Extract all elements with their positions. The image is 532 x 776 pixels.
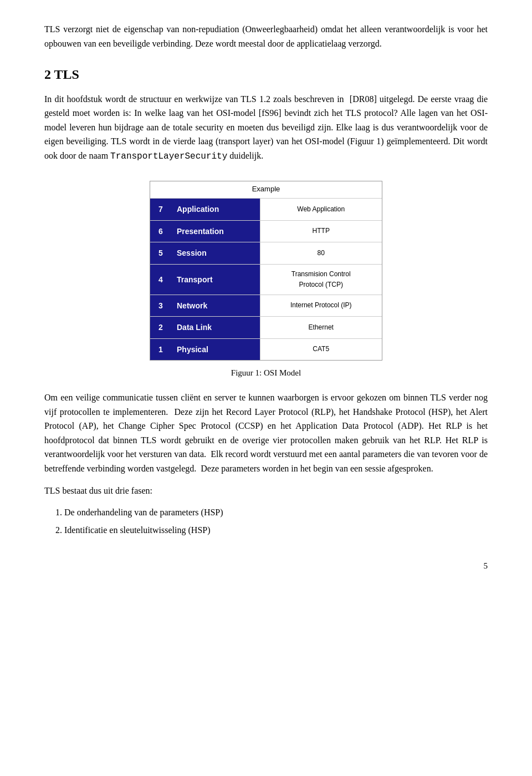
osi-layer-name: Data Link xyxy=(171,317,260,338)
intro-paragraph: TLS verzorgt niet de eigenschap van non-… xyxy=(44,22,488,50)
figure-caption: Figuur 1: OSI Model xyxy=(231,366,301,379)
osi-layer-example: Internet Protocol (IP) xyxy=(260,295,382,316)
osi-layer-example: Web Application xyxy=(260,199,382,220)
osi-table-row: 7ApplicationWeb Application xyxy=(150,199,382,220)
osi-layer-name: Application xyxy=(171,199,260,220)
transport-layer-security-mono: TransportLayerSecurity xyxy=(110,151,227,161)
osi-layer-number: 3 xyxy=(150,295,171,316)
list-item-1: De onderhandeling van de parameters (HSP… xyxy=(64,505,488,520)
osi-layer-example: HTTP xyxy=(260,220,382,242)
osi-table-row: 1PhysicalCAT5 xyxy=(150,338,382,360)
osi-layer-number: 2 xyxy=(150,317,171,338)
osi-table-row: 5Session80 xyxy=(150,242,382,264)
phases-list: De onderhandeling van de parameters (HSP… xyxy=(64,505,488,537)
osi-layer-example: Transmision ControlProtocol (TCP) xyxy=(260,264,382,295)
osi-layer-example: CAT5 xyxy=(260,338,382,360)
paragraph-2: Om een veilige communicatie tussen cliën… xyxy=(44,390,488,476)
osi-layer-example: Ethernet xyxy=(260,317,382,338)
osi-table-row: 3NetworkInternet Protocol (IP) xyxy=(150,295,382,316)
osi-table-title: Example xyxy=(150,181,382,199)
osi-layer-name: Transport xyxy=(171,264,260,295)
osi-layer-name: Presentation xyxy=(171,220,260,242)
osi-table-row: 6PresentationHTTP xyxy=(150,220,382,242)
paragraph-3: TLS bestaat dus uit drie fasen: xyxy=(44,484,488,498)
osi-layer-name: Network xyxy=(171,295,260,316)
osi-layer-number: 1 xyxy=(150,338,171,360)
osi-layer-number: 6 xyxy=(150,220,171,242)
osi-table-row: 4TransportTransmision ControlProtocol (T… xyxy=(150,264,382,295)
osi-layer-name: Physical xyxy=(171,338,260,360)
osi-layer-number: 5 xyxy=(150,242,171,264)
osi-layer-number: 7 xyxy=(150,199,171,220)
page-number: 5 xyxy=(44,559,488,572)
list-item-2: Identificatie en sleuteluitwisseling (HS… xyxy=(64,523,488,537)
figure-container: Example 7ApplicationWeb Application6Pres… xyxy=(44,181,488,380)
paragraph-1: In dit hoofdstuk wordt de structuur en w… xyxy=(44,92,488,164)
osi-layer-example: 80 xyxy=(260,242,382,264)
osi-layer-name: Session xyxy=(171,242,260,264)
section-title: 2 TLS xyxy=(44,64,488,85)
osi-layer-number: 4 xyxy=(150,264,171,295)
osi-table-row: 2Data LinkEthernet xyxy=(150,317,382,338)
osi-table-wrapper: Example 7ApplicationWeb Application6Pres… xyxy=(150,181,382,361)
osi-table: 7ApplicationWeb Application6Presentation… xyxy=(150,198,382,360)
